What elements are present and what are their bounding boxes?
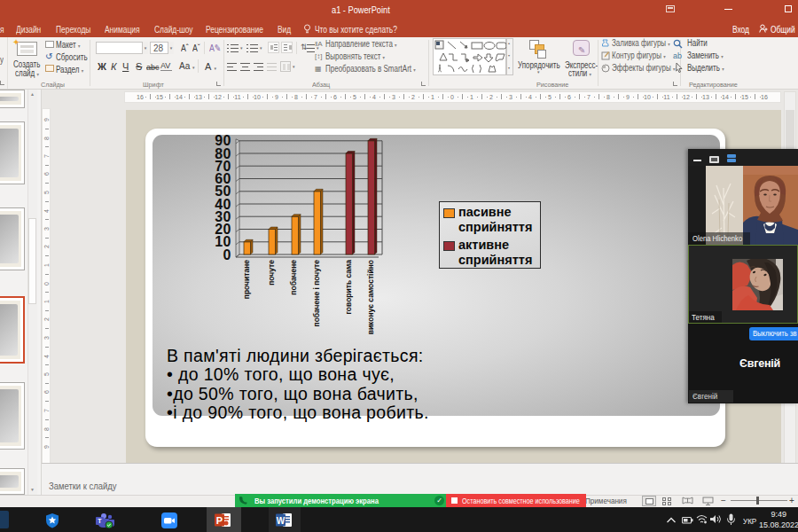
svg-text:побачене: побачене <box>289 260 298 295</box>
svg-text:прочитане: прочитане <box>242 260 251 299</box>
svg-text:почуте: почуте <box>267 260 276 286</box>
svg-text:P: P <box>216 515 223 526</box>
svg-text:говорить сама: говорить сама <box>344 260 353 315</box>
svg-text:90: 90 <box>215 133 231 148</box>
svg-text:T: T <box>98 518 102 524</box>
svg-text:виконує самостійно: виконує самостійно <box>366 260 375 334</box>
svg-text:W: W <box>277 516 286 526</box>
svg-text:побачене і почуте: побачене і почуте <box>312 260 321 327</box>
